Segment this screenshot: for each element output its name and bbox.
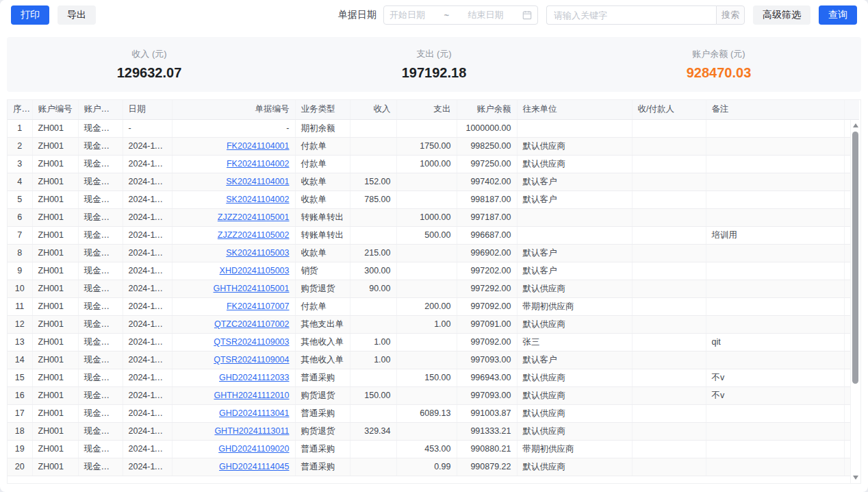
table-cell: 带期初供应商 [517,297,632,315]
doc-number-cell: GHD20241112033 [172,369,295,386]
table-cell: 培训用 [706,226,844,244]
scroll-up-icon[interactable] [853,123,858,127]
export-button[interactable]: 导出 [58,5,96,25]
query-button[interactable]: 查询 [819,5,857,25]
table-cell [632,262,706,280]
doc-number-link[interactable]: XHD20241105003 [220,266,290,275]
table-cell: 默认供应商 [517,280,632,297]
scrollbar-thumb[interactable] [852,132,858,384]
table-cell: 现金账户 [78,333,123,351]
table-cell: 18 [8,422,32,440]
table-cell [350,119,396,137]
table-cell [350,404,396,422]
table-cell: ZH001 [32,297,78,315]
table-cell: 其他收入单 [295,351,350,369]
table-cell: 现金账户 [78,386,123,404]
table-cell: 现金账户 [78,155,123,173]
calendar-icon[interactable] [522,10,532,20]
table-cell: 6089.13 [396,404,457,422]
table-cell: ZH001 [32,422,78,440]
doc-number-cell: QTSR20241109003 [172,333,295,351]
table-cell: 996902.00 [457,244,517,262]
doc-number-link[interactable]: SK20241104001 [226,177,289,186]
table-cell [632,244,706,262]
start-date-placeholder[interactable]: 开始日期 [390,9,425,21]
vertical-scrollbar[interactable] [850,120,860,483]
table-cell [632,351,706,369]
table-cell: 997250.00 [457,155,517,173]
table-cell [706,422,844,440]
table-cell: 2024-11-13 [123,422,172,440]
doc-number-link[interactable]: GHD20241113041 [219,408,289,418]
table-cell: 10 [8,280,32,297]
doc-number-link[interactable]: FK20241104001 [227,141,290,151]
table-cell: ZH001 [32,190,78,208]
table-row: 19ZH001现金账户2024-11-13GHD20241109020普通采购4… [8,440,859,458]
advanced-filter-button[interactable]: 高级筛选 [753,5,810,25]
table-cell [632,137,706,155]
doc-number-link[interactable]: QTZC20241107002 [214,319,290,329]
table-cell [706,262,844,280]
doc-number-link[interactable]: FK20241104002 [227,159,290,169]
table-cell [350,369,396,386]
table-cell: 现金账户 [78,190,123,208]
scroll-down-icon[interactable] [853,476,858,480]
doc-number-link[interactable]: ZJZZ20241105002 [218,230,290,240]
table-cell [632,190,706,208]
table-cell: 其他支出单 [295,315,350,333]
table-cell [706,119,844,137]
doc-number-link[interactable]: GHTH20241112010 [214,391,289,400]
doc-number-link[interactable]: SK20241104002 [226,195,289,204]
doc-number-link[interactable]: QTSR20241109004 [214,355,289,365]
table-row: 8ZH001现金账户2024-11-05SK20241105003收款单215.… [8,244,859,262]
doc-number-link[interactable]: GHD20241114045 [219,462,289,471]
table-cell: 2024-11-09 [123,351,172,369]
doc-number-link[interactable]: FK20241107007 [227,302,290,311]
doc-number-cell: GHTH20241105001 [172,280,295,297]
doc-number-link[interactable]: GHTH20241113011 [214,426,289,436]
table-cell: 现金账户 [78,137,123,155]
doc-number-cell: GHD20241109020 [172,440,295,458]
doc-number-link[interactable]: GHTH20241105001 [214,284,290,293]
table-cell: 997093.00 [457,386,517,404]
table-cell: 购货退货 [295,386,350,404]
keyword-input[interactable] [546,5,716,25]
table-cell [350,297,396,315]
table-cell [396,190,457,208]
doc-number-cell: FK20241104001 [172,137,295,155]
doc-number-cell: QTZC20241107002 [172,315,295,333]
table-row: 3ZH001现金账户2024-11-04FK20241104002付款单1000… [8,155,859,173]
table-cell: 1.00 [350,333,396,351]
table-cell [632,315,706,333]
print-button[interactable]: 打印 [11,5,49,25]
table-cell [706,137,844,155]
table-cell: 990879.22 [457,458,517,476]
table-cell [350,208,396,226]
table-row: 15ZH001现金账户2024-11-12GHD20241112033普通采购1… [8,369,859,386]
table-row: 14ZH001现金账户2024-11-09QTSR20241109004其他收入… [8,351,859,369]
table-cell [396,351,457,369]
table-cell [350,155,396,173]
end-date-placeholder[interactable]: 结束日期 [468,9,504,21]
table-cell: 普通采购 [295,404,350,422]
table-cell: 不v [706,386,844,404]
table-cell: 2024-11-05 [123,226,172,244]
table-cell [396,244,457,262]
doc-number-link[interactable]: GHD20241109020 [218,444,289,454]
doc-number-link[interactable]: QTSR20241109003 [214,337,289,347]
table-cell: 付款单 [295,297,350,315]
table-cell: ZH001 [32,404,78,422]
table-cell: 2024-11-07 [123,315,172,333]
doc-number-link[interactable]: SK20241105003 [226,248,289,258]
table-cell: 1750.00 [396,137,457,155]
date-range-separator: ~ [444,10,449,21]
table-cell: 1000.00 [396,208,457,226]
date-range-input[interactable]: 开始日期 ~ 结束日期 [383,5,538,25]
search-button[interactable]: 搜索 [716,5,745,25]
doc-number-link[interactable]: GHD20241112033 [219,373,289,382]
table-cell: 16 [8,386,32,404]
doc-number-link[interactable]: ZJZZ20241105001 [218,212,290,222]
table-cell: 11 [8,297,32,315]
doc-number-cell: GHD20241114045 [172,458,295,476]
table-cell: 购货退货 [295,280,350,297]
